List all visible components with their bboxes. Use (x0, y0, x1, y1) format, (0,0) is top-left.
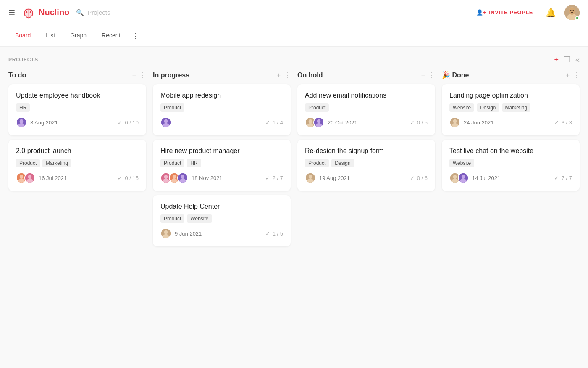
notification-icon[interactable]: 🔔 (546, 8, 556, 18)
card-meta-left: 16 Jul 2021 (16, 172, 67, 183)
card-tags: Product Marketing (16, 159, 139, 167)
tag-hr: HR (187, 159, 201, 167)
board-section-title: PROJECTS (8, 57, 38, 63)
card-date: 14 Jul 2021 (472, 175, 500, 181)
card-avatars (160, 172, 188, 183)
avatar-0 (305, 172, 316, 183)
column-todo-actions: + ⋮ (132, 71, 146, 79)
search-placeholder: Projects (87, 9, 110, 16)
card-tasks: ✓ 0 / 5 (410, 119, 428, 126)
svg-point-6 (570, 10, 572, 11)
tag-product: Product (160, 159, 184, 167)
column-done: 🎉 Done + ⋮ Landing page optimization Web… (442, 71, 580, 195)
card-avatars (16, 117, 27, 128)
check-icon: ✓ (118, 119, 122, 126)
card-meta-left: 24 Jun 2021 (449, 117, 494, 128)
card-footer: ✓ 1 / 4 (160, 117, 283, 128)
svg-point-18 (164, 119, 168, 123)
card-meta-left: 20 Oct 2021 (305, 117, 357, 128)
avatar-1 (313, 117, 324, 128)
card-update-help-center[interactable]: Update Help Center Product Website 9 Jun… (153, 195, 291, 246)
card-hire-product-manager[interactable]: Hire new product manager Product HR (153, 140, 291, 191)
tab-list[interactable]: List (39, 26, 62, 45)
svg-point-46 (452, 179, 458, 183)
card-title: Add new email notifications (305, 92, 428, 99)
card-footer: 16 Jul 2021 ✓ 0 / 15 (16, 172, 139, 183)
task-count: 0 / 15 (125, 175, 139, 181)
card-footer: 3 Aug 2021 ✓ 0 / 10 (16, 117, 139, 128)
card-meta-left: 14 Jul 2021 (449, 172, 500, 183)
svg-point-30 (164, 230, 168, 234)
add-card-onhold-button[interactable]: + (421, 71, 425, 79)
invite-people-button[interactable]: 👤+ INVITE PEOPLE (472, 7, 537, 18)
task-count: 1 / 5 (273, 230, 283, 237)
done-more-button[interactable]: ⋮ (573, 71, 580, 79)
add-card-done-button[interactable]: + (566, 71, 570, 79)
invite-label: INVITE PEOPLE (489, 9, 533, 16)
add-column-button[interactable]: + (554, 56, 559, 64)
columns-wrapper: To do + ⋮ Update employee handbook HR (8, 71, 580, 251)
card-mobile-app-redesign[interactable]: Mobile app redesign Product ✓ 1 / (153, 84, 291, 135)
tab-graph[interactable]: Graph (63, 26, 93, 45)
svg-point-25 (171, 179, 177, 183)
user-online-status (575, 16, 579, 20)
svg-point-10 (18, 123, 24, 128)
avatar-0 (160, 117, 171, 128)
card-redesign-signup[interactable]: Re-design the signup form Product Design… (297, 140, 435, 191)
expand-board-button[interactable]: ❐ (564, 55, 570, 64)
card-title: Re-design the signup form (305, 147, 428, 155)
card-date: 18 Nov 2021 (192, 175, 223, 181)
add-card-inprogress-button[interactable]: + (277, 71, 281, 79)
header-left: ☰ Nuclino 🔍 Projects (8, 7, 472, 19)
card-tags: Product HR (160, 159, 283, 167)
logo-brain-icon (22, 7, 35, 19)
tag-website: Website (449, 159, 474, 167)
card-avatars (16, 172, 35, 183)
card-meta-left: 18 Nov 2021 (160, 172, 223, 183)
header-right: 👤+ INVITE PEOPLE 🔔 (472, 5, 580, 20)
card-update-employee-handbook[interactable]: Update employee handbook HR 3 Aug 2021 (8, 84, 146, 135)
add-card-todo-button[interactable]: + (132, 71, 136, 79)
card-avatars (449, 117, 460, 128)
check-icon: ✓ (265, 175, 270, 181)
logo: Nuclino (22, 7, 69, 19)
card-avatars (160, 117, 171, 128)
svg-point-31 (163, 234, 169, 239)
tab-board[interactable]: Board (8, 26, 37, 45)
card-test-live-chat[interactable]: Test live chat on the website Website (442, 140, 580, 191)
task-count: 1 / 4 (273, 119, 283, 126)
card-product-launch[interactable]: 2.0 product launch Product Marketing (8, 140, 146, 191)
card-meta-left (160, 117, 171, 128)
card-email-notifications[interactable]: Add new email notifications Product (297, 84, 435, 135)
avatar-1 (458, 172, 469, 183)
tag-product: Product (305, 103, 329, 112)
column-done-header: 🎉 Done + ⋮ (442, 71, 580, 79)
check-icon: ✓ (265, 230, 270, 237)
card-title: Landing page optimization (449, 92, 572, 99)
column-onhold-title: On hold (297, 71, 323, 79)
todo-more-button[interactable]: ⋮ (139, 71, 146, 79)
card-tags: Product Website (160, 214, 283, 223)
search-bar[interactable]: 🔍 Projects (76, 9, 110, 16)
card-tasks: ✓ 3 / 3 (554, 119, 572, 126)
svg-point-33 (309, 119, 312, 123)
tag-hr: HR (16, 103, 30, 112)
onhold-more-button[interactable]: ⋮ (428, 71, 435, 79)
user-avatar-wrapper[interactable] (564, 5, 580, 20)
menu-icon[interactable]: ☰ (8, 8, 15, 17)
tabs-bar: Board List Graph Recent ⋮ (0, 25, 588, 47)
card-date: 20 Oct 2021 (328, 119, 357, 126)
check-icon: ✓ (118, 175, 122, 181)
tabs-more-menu[interactable]: ⋮ (129, 25, 143, 46)
column-todo-header: To do + ⋮ (8, 71, 146, 79)
collapse-board-button[interactable]: « (575, 56, 580, 64)
svg-point-36 (317, 119, 320, 123)
task-count: 0 / 10 (125, 119, 139, 126)
tab-recent[interactable]: Recent (95, 26, 127, 45)
card-landing-page-optimization[interactable]: Landing page optimization Website Design… (442, 84, 580, 135)
task-count: 7 / 7 (562, 175, 572, 181)
svg-point-42 (453, 119, 457, 123)
inprogress-more-button[interactable]: ⋮ (284, 71, 291, 79)
card-meta-left: 9 Jun 2021 (160, 228, 202, 239)
task-count: 3 / 3 (562, 119, 572, 126)
